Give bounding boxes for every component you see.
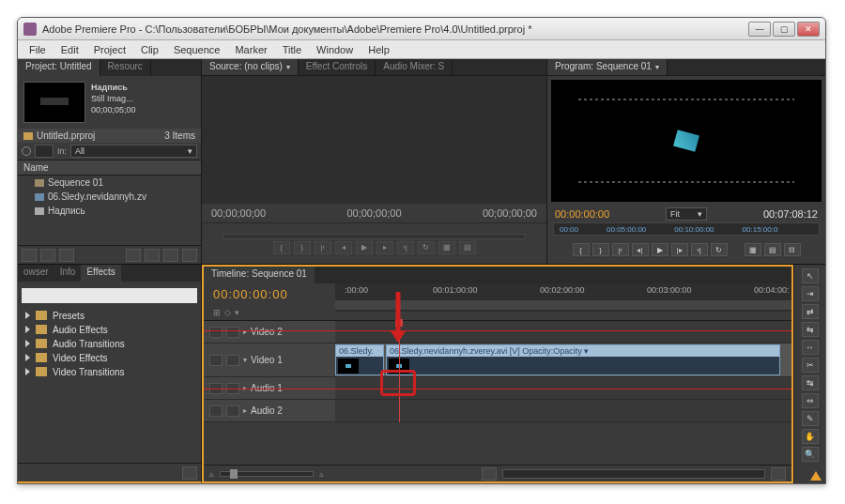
trim-button[interactable]: ⊟ bbox=[784, 243, 801, 256]
pen-tool[interactable]: ✎ bbox=[802, 411, 819, 426]
play-button[interactable]: ▶ bbox=[652, 243, 668, 256]
step-back-button[interactable]: ◂ bbox=[335, 241, 352, 254]
effects-folder-presets[interactable]: Presets bbox=[18, 309, 201, 323]
loop-button[interactable]: ↻ bbox=[418, 241, 435, 254]
menu-file[interactable]: File bbox=[22, 42, 54, 57]
step-fwd-button[interactable]: ▸ bbox=[376, 241, 393, 254]
program-ruler[interactable]: 00:00 00:05:00:00 00:10:00:00 00:15:00:0 bbox=[553, 222, 820, 236]
chevron-down-icon[interactable]: ▾ bbox=[655, 63, 659, 71]
goto-out-button[interactable]: ›| bbox=[691, 243, 708, 256]
track-header-audio2[interactable]: ▸Audio 2 bbox=[204, 400, 335, 422]
zoom-fit-dropdown[interactable]: Fit▾ bbox=[666, 207, 707, 221]
search-input[interactable] bbox=[35, 145, 54, 158]
icon-view-button[interactable] bbox=[40, 249, 55, 262]
playhead[interactable] bbox=[399, 321, 400, 422]
timeline-clip-1[interactable]: 06.Sledy. bbox=[335, 344, 384, 375]
track-select-tool[interactable]: ⇥ bbox=[802, 286, 819, 301]
set-out-button[interactable]: } bbox=[592, 243, 609, 256]
goto-out-button[interactable]: ›| bbox=[397, 241, 414, 254]
slip-tool[interactable]: ↹ bbox=[802, 375, 819, 390]
project-item-video[interactable]: 06.Sledy.nevidannyh.zv bbox=[18, 190, 201, 204]
play-button[interactable]: ▶ bbox=[356, 241, 373, 254]
tab-source[interactable]: Source: (no clips)▾ bbox=[202, 59, 299, 75]
work-area-bar[interactable] bbox=[335, 300, 791, 310]
track-header-video1[interactable]: ▾Video 1 bbox=[204, 344, 335, 377]
tab-timeline-sequence[interactable]: Timeline: Sequence 01 bbox=[204, 267, 315, 283]
marker-button[interactable]: ◇ bbox=[224, 308, 231, 317]
effects-folder-audio-effects[interactable]: Audio Effects bbox=[18, 323, 201, 337]
lift-button[interactable]: ▦ bbox=[745, 243, 761, 256]
goto-in-button[interactable]: |‹ bbox=[612, 243, 629, 256]
toggle-track-lock[interactable] bbox=[226, 327, 239, 338]
tab-effects[interactable]: Effects bbox=[81, 265, 120, 282]
timeline-clip-2[interactable]: 06.Sledy.nevidannyh.zverey.avi [V] Opaci… bbox=[386, 344, 780, 375]
program-current-timecode[interactable]: 00:00:00:00 bbox=[555, 208, 609, 220]
toggle-track-output[interactable] bbox=[209, 327, 223, 338]
extract-button[interactable]: ▤ bbox=[764, 243, 781, 256]
toggle-track-lock[interactable] bbox=[226, 405, 239, 417]
effects-folder-audio-transitions[interactable]: Audio Transitions bbox=[18, 337, 201, 351]
column-header-name[interactable]: Name bbox=[18, 160, 201, 176]
timeline-ruler[interactable]: :00:00 00:01:00:00 00:02:00:00 00:03:00:… bbox=[335, 283, 791, 312]
scroll-left-button[interactable] bbox=[482, 467, 497, 481]
menu-title[interactable]: Title bbox=[275, 42, 309, 57]
tab-project[interactable]: Project: Untitled bbox=[18, 59, 100, 76]
menu-project[interactable]: Project bbox=[86, 42, 133, 57]
close-button[interactable]: ✕ bbox=[797, 22, 820, 37]
automate-button[interactable] bbox=[59, 249, 74, 262]
chevron-down-icon[interactable]: ▾ bbox=[286, 63, 290, 71]
scroll-right-button[interactable] bbox=[771, 467, 786, 481]
menu-window[interactable]: Window bbox=[309, 42, 361, 57]
insert-button[interactable]: ▦ bbox=[438, 241, 455, 254]
snap-button[interactable]: ⊞ bbox=[213, 308, 221, 317]
tab-audio-mixer[interactable]: Audio Mixer: S bbox=[376, 59, 453, 75]
menu-help[interactable]: Help bbox=[361, 42, 397, 57]
toggle-track-lock[interactable] bbox=[226, 355, 239, 366]
rate-stretch-tool[interactable]: ↔ bbox=[802, 340, 819, 355]
search-icon[interactable] bbox=[22, 146, 31, 156]
project-item-sequence[interactable]: Sequence 01 bbox=[18, 176, 201, 190]
in-filter-dropdown[interactable]: All▾ bbox=[70, 145, 197, 158]
timeline-current-timecode[interactable]: 00:00:00:00 bbox=[204, 283, 335, 305]
razor-tool[interactable]: ✂ bbox=[802, 358, 819, 373]
track-header-video2[interactable]: ▸Video 2 bbox=[204, 321, 335, 344]
set-in-button[interactable]: { bbox=[273, 241, 290, 254]
effects-search-input[interactable] bbox=[22, 288, 197, 303]
loop-button[interactable]: ↻ bbox=[711, 243, 728, 256]
horizontal-scrollbar[interactable] bbox=[502, 469, 765, 479]
rolling-edit-tool[interactable]: ⇆ bbox=[802, 322, 819, 337]
new-bin-button[interactable] bbox=[145, 249, 160, 262]
asset-thumbnail[interactable] bbox=[23, 82, 85, 123]
new-item-button[interactable] bbox=[163, 249, 178, 262]
tab-program[interactable]: Program: Sequence 01▾ bbox=[547, 59, 668, 75]
track-lane-audio2[interactable] bbox=[335, 400, 791, 422]
tab-effect-controls[interactable]: Effect Controls bbox=[299, 59, 376, 75]
warning-icon[interactable] bbox=[810, 471, 822, 481]
slide-tool[interactable]: ⇔ bbox=[802, 393, 819, 408]
menu-sequence[interactable]: Sequence bbox=[166, 42, 228, 57]
menu-edit[interactable]: Edit bbox=[54, 42, 86, 57]
effects-folder-video-effects[interactable]: Video Effects bbox=[18, 351, 201, 365]
tab-info[interactable]: Info bbox=[54, 265, 82, 282]
set-out-button[interactable]: } bbox=[294, 241, 311, 254]
titlebar[interactable]: Adobe Premiere Pro - C:\Пользователи\БОБ… bbox=[18, 18, 825, 40]
program-viewer[interactable] bbox=[551, 80, 822, 202]
tab-resource-central[interactable]: Resourc bbox=[100, 59, 151, 76]
find-button[interactable] bbox=[126, 249, 141, 262]
toggle-track-output[interactable] bbox=[209, 355, 223, 366]
delete-button[interactable] bbox=[182, 249, 197, 262]
ripple-edit-tool[interactable]: ⇄ bbox=[802, 304, 819, 319]
source-scrubber[interactable] bbox=[223, 234, 526, 239]
menu-marker[interactable]: Marker bbox=[227, 42, 274, 57]
list-view-button[interactable] bbox=[22, 249, 37, 262]
minimize-button[interactable]: — bbox=[748, 22, 771, 37]
track-lane-video2[interactable] bbox=[335, 321, 791, 344]
goto-in-button[interactable]: |‹ bbox=[315, 241, 331, 254]
effects-folder-video-transitions[interactable]: Video Transitions bbox=[18, 365, 201, 379]
overlay-button[interactable]: ▤ bbox=[459, 241, 476, 254]
step-back-button[interactable]: ◂| bbox=[632, 243, 649, 256]
menu-clip[interactable]: Clip bbox=[133, 42, 166, 57]
maximize-button[interactable]: ▢ bbox=[773, 22, 795, 37]
hand-tool[interactable]: ✋ bbox=[802, 429, 819, 444]
new-custom-bin-button[interactable] bbox=[182, 466, 197, 480]
